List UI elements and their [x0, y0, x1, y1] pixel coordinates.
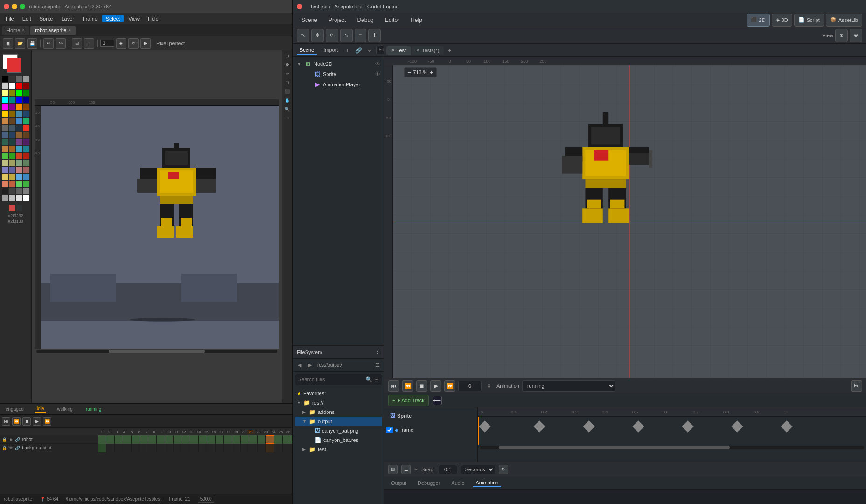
- rf-14[interactable]: [207, 435, 216, 444]
- bgf-23[interactable]: [283, 444, 291, 452]
- fs-item-addons[interactable]: ▶ 📁 addons: [295, 407, 382, 417]
- rf-22[interactable]: [274, 435, 283, 444]
- tool-rect-btn[interactable]: □: [355, 29, 366, 42]
- palette-color-59[interactable]: [16, 174, 22, 180]
- tool-scale-btn[interactable]: ⤡: [340, 29, 353, 42]
- rf-12[interactable]: [190, 435, 199, 444]
- viewport-bg[interactable]: − 713 % +: [393, 65, 866, 378]
- anim-time-stepper[interactable]: ⬍: [484, 383, 494, 389]
- anim-scrollbar[interactable]: [480, 446, 864, 449]
- layer-robot-label[interactable]: robot: [22, 437, 33, 442]
- anim-play-btn[interactable]: ▶: [430, 380, 441, 392]
- out-tab-audio[interactable]: Audio: [448, 479, 467, 487]
- bgf-12[interactable]: [190, 444, 199, 452]
- frame-track-checkbox[interactable]: [386, 427, 393, 433]
- tool-loop[interactable]: ⟳: [128, 38, 139, 49]
- anim-tab-idle[interactable]: idle: [35, 405, 46, 413]
- anim-options-btn[interactable]: ☰: [401, 465, 411, 474]
- palette-color-22[interactable]: [9, 111, 15, 117]
- bgf-22[interactable]: [274, 444, 283, 452]
- anim-rewind-btn[interactable]: ⏮: [388, 380, 399, 392]
- rf-16[interactable]: [224, 435, 232, 444]
- rt-move[interactable]: ✥: [284, 61, 291, 69]
- tool-save[interactable]: 💾: [27, 38, 37, 49]
- sprite-canvas[interactable]: [41, 106, 279, 349]
- frame-input[interactable]: 1: [100, 40, 114, 47]
- palette-color-18[interactable]: [9, 104, 15, 110]
- palette-color-62[interactable]: [9, 181, 15, 187]
- robot-tab-close[interactable]: ×: [68, 28, 71, 33]
- rf-19[interactable]: [249, 435, 258, 444]
- rf-24[interactable]: [291, 435, 292, 444]
- palette-color-67[interactable]: [16, 188, 22, 194]
- fs-filter-icon[interactable]: ⊟: [374, 376, 379, 383]
- palette-color-69[interactable]: [2, 195, 8, 201]
- palette-color-17[interactable]: [2, 104, 8, 110]
- rt-pencil[interactable]: ✏: [284, 70, 291, 77]
- fs-back-btn[interactable]: ◀: [295, 361, 304, 370]
- palette-color-19[interactable]: [16, 104, 22, 110]
- add-track-btn[interactable]: + + Add Track: [388, 395, 429, 406]
- bgf-10[interactable]: [174, 444, 182, 452]
- palette-color-26[interactable]: [9, 118, 15, 124]
- bgf-24[interactable]: [291, 444, 292, 452]
- anim-filter-btn[interactable]: ⊟: [388, 465, 398, 474]
- aseprite-canvas-area[interactable]: 50100150 20406080: [32, 50, 282, 403]
- palette-color-12[interactable]: [23, 90, 29, 96]
- anim-prev-btn[interactable]: ⏪: [402, 380, 413, 392]
- bgf-11[interactable]: [182, 444, 190, 452]
- aseprite-min-btn[interactable]: [12, 4, 17, 9]
- snap-value-input[interactable]: [439, 465, 457, 474]
- rf-20[interactable]: [258, 435, 266, 444]
- node2d-vis[interactable]: 👁: [375, 61, 380, 67]
- tree-item-animplayer[interactable]: ▶ AnimationPlayer: [295, 79, 382, 90]
- palette-color-35[interactable]: [16, 132, 22, 138]
- bgf-2[interactable]: [106, 444, 115, 452]
- anim-next-btn[interactable]: ⏩: [444, 380, 455, 392]
- godot-btn-assetlib[interactable]: 📦 AssetLib: [826, 14, 862, 27]
- godot-btn-2d[interactable]: ⬛ 2D: [747, 14, 770, 27]
- palette-color-46[interactable]: [9, 153, 15, 159]
- tool-grid[interactable]: ⊞: [72, 38, 82, 49]
- menu-layer[interactable]: Layer: [57, 15, 78, 22]
- godot-menu-editor[interactable]: Editor: [380, 15, 404, 25]
- palette-color-58[interactable]: [9, 174, 15, 180]
- rf-2[interactable]: [106, 435, 115, 444]
- godot-viewport-canvas[interactable]: -100 -50 0 50 100 150 200 250 -50050100: [384, 57, 866, 378]
- palette-color-39[interactable]: [16, 139, 22, 145]
- layer-lock-icon[interactable]: 🔒: [2, 437, 7, 442]
- scene-link-btn[interactable]: 🔗: [354, 46, 363, 55]
- bgf-20[interactable]: [258, 444, 266, 452]
- palette-color-68[interactable]: [23, 188, 29, 194]
- palette-color-42[interactable]: [9, 146, 15, 152]
- fs-item-test[interactable]: ▶ 📁 test: [295, 445, 382, 454]
- tool-pivot-btn[interactable]: ✛: [368, 29, 381, 42]
- anim-edit-btn[interactable]: Ed: [851, 380, 862, 392]
- tl-rewind[interactable]: ⏮: [2, 417, 10, 426]
- rt-select[interactable]: ⊡: [284, 52, 291, 60]
- anim-tab-engaged[interactable]: engaged: [4, 406, 26, 413]
- palette-color-5[interactable]: [2, 83, 8, 89]
- palette-color-36[interactable]: [23, 132, 29, 138]
- vp-new-tab-btn[interactable]: +: [445, 47, 454, 54]
- rt-shape[interactable]: □: [284, 114, 291, 122]
- tab-import[interactable]: Import: [321, 46, 341, 55]
- tool-rotate-btn[interactable]: ⟳: [326, 29, 338, 42]
- palette-color-33[interactable]: [2, 132, 8, 138]
- layer-vis-icon[interactable]: 👁: [9, 437, 13, 442]
- rf-6[interactable]: [140, 435, 148, 444]
- palette-color-27[interactable]: [16, 118, 22, 124]
- animation-name-select[interactable]: running idle walking: [522, 380, 615, 392]
- fs-more-btn[interactable]: ⋮: [375, 349, 380, 355]
- palette-color-28[interactable]: [23, 118, 29, 124]
- palette-color-53[interactable]: [2, 167, 8, 173]
- rf-17[interactable]: [232, 435, 241, 444]
- palette-color-70[interactable]: [9, 195, 15, 201]
- bgf-17[interactable]: [232, 444, 241, 452]
- keyframe-6[interactable]: [781, 420, 792, 432]
- menu-select[interactable]: Select: [102, 15, 124, 22]
- vp-tab-test[interactable]: ✕ Test: [386, 46, 411, 55]
- palette-color-29[interactable]: [2, 125, 8, 131]
- rt-eyedrop[interactable]: 💧: [284, 97, 291, 104]
- palette-color-9[interactable]: [2, 90, 8, 96]
